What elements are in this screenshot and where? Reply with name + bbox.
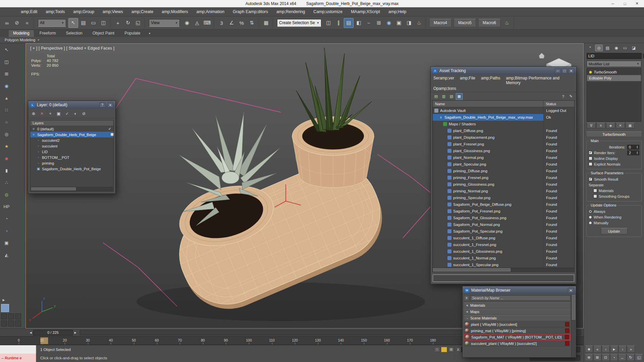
create-new-layer-icon[interactable]: ⊕ bbox=[30, 110, 37, 117]
rollout-maps[interactable]: +Maps bbox=[464, 309, 571, 315]
asset-row[interactable]: Autodesk VaultLogged Out bbox=[433, 107, 574, 114]
macro5-button[interactable]: Macro5 bbox=[454, 19, 476, 27]
display-tab-icon[interactable]: ▭ bbox=[621, 45, 629, 51]
asset-row[interactable]: succulent_1_Glossiness.pngFound bbox=[433, 248, 574, 255]
asset-row[interactable]: Sagaform_Pot_Glossiness.pngFound bbox=[433, 215, 574, 221]
reference-coordinate-dropdown[interactable]: View▼ bbox=[149, 19, 180, 27]
scrollbar-thumb[interactable] bbox=[433, 268, 511, 272]
scrollbar-thumb[interactable] bbox=[572, 295, 575, 320]
modifier-enabled-bulb-icon[interactable] bbox=[589, 71, 592, 74]
hide-layer-icon[interactable]: ◐ bbox=[72, 110, 79, 117]
radio-when-rendering[interactable] bbox=[589, 216, 592, 219]
scatter-tool-icon[interactable]: ∷ bbox=[2, 105, 11, 115]
object-color-swatch[interactable] bbox=[643, 54, 644, 58]
hierarchy-view-icon[interactable]: ▧ bbox=[448, 93, 455, 100]
asset-maximize-button[interactable]: □ bbox=[561, 68, 568, 73]
curve-editor-icon[interactable]: ~ bbox=[364, 18, 374, 28]
asset-row[interactable]: Sagaform_Pot_Beige_Diffuse.pngFound bbox=[433, 201, 574, 208]
update-button[interactable]: Update bbox=[601, 228, 628, 234]
window-crossing-toggle-icon[interactable]: ◫ bbox=[99, 18, 108, 28]
remove-modifier-icon[interactable]: ✕ bbox=[616, 123, 625, 128]
menu-amp-rendering[interactable]: amp;Rendering bbox=[276, 9, 305, 14]
select-and-rotate-icon[interactable]: ↻ bbox=[123, 18, 133, 28]
asset-horizontal-scrollbar[interactable] bbox=[433, 268, 574, 272]
smoothing-groups-checkbox[interactable] bbox=[593, 194, 597, 198]
rendered-frame-window-icon[interactable]: ◨ bbox=[404, 18, 414, 28]
asset-row[interactable]: succulent_1_Specular.pngFound bbox=[433, 261, 574, 268]
material-scrollbar[interactable] bbox=[571, 295, 576, 357]
menu-amp-modifiers[interactable]: amp;Modifiers bbox=[162, 9, 188, 14]
prism-tool-icon[interactable]: ◭ bbox=[2, 250, 11, 259]
maximize-viewport-icon[interactable]: ◱ bbox=[635, 354, 643, 361]
close-icon[interactable]: ✕ bbox=[568, 288, 574, 293]
asset-row[interactable]: Sagaform_Pot_Specular.pngFound bbox=[433, 228, 574, 235]
asset-row[interactable]: plant_Specular.pngFound bbox=[433, 161, 574, 168]
select-tool-icon[interactable]: ↖ bbox=[2, 45, 11, 54]
field-of-view-icon[interactable]: ◔ bbox=[610, 354, 618, 361]
menu-amp-help[interactable]: amp;Help bbox=[388, 9, 407, 14]
close-button[interactable]: ✕ bbox=[631, 0, 643, 7]
material-item[interactable]: Sagaform_Pot_MAT ( VRayMtl ) [BOTTOM__PO… bbox=[464, 334, 571, 340]
previous-frame-icon[interactable]: ‹ bbox=[602, 346, 610, 353]
layer-row[interactable]: ▣Sagaform_Double_Herb_Pot_Beige bbox=[30, 166, 113, 172]
render-iters-spinner[interactable]: 2 ▲▼ bbox=[627, 150, 639, 155]
asset-menu-amp-bitmap-performance-and-memory[interactable]: amp;Bitmap Performance and Memory bbox=[506, 76, 574, 85]
menu-amp-group[interactable]: amp;Group bbox=[73, 9, 94, 14]
smooth-result-checkbox[interactable] bbox=[589, 177, 592, 181]
vault-view-icon[interactable]: ▤ bbox=[433, 93, 439, 100]
macro4-button[interactable]: Macro4 bbox=[429, 19, 451, 27]
select-and-link-icon[interactable]: ∞ bbox=[2, 18, 12, 28]
quick-slot-4[interactable] bbox=[1, 320, 7, 326]
array-tool-icon[interactable]: ⊞ bbox=[2, 69, 11, 78]
help-icon[interactable]: ? bbox=[560, 93, 567, 100]
asset-row[interactable]: priming_Glossiness.pngFound bbox=[433, 181, 574, 188]
tab-freeform[interactable]: Freeform bbox=[35, 30, 60, 37]
menu-amp-animation[interactable]: amp;Animation bbox=[197, 9, 224, 14]
maxscript-mini-listener[interactable] bbox=[0, 345, 36, 354]
close-icon[interactable]: ✕ bbox=[107, 102, 113, 108]
asset-menu-opamp-tions[interactable]: Opamp;tions bbox=[433, 86, 456, 91]
quarter-tool-icon[interactable]: ◔ bbox=[2, 214, 11, 223]
utilities-tab-icon[interactable]: ◪ bbox=[630, 45, 638, 51]
select-and-move-icon[interactable]: + bbox=[113, 18, 123, 28]
bind-to-space-warp-icon[interactable]: ≈ bbox=[22, 18, 32, 28]
zoom-extents-icon[interactable]: ⊡ bbox=[602, 354, 610, 361]
layer-row[interactable]: ▫BOTTOM__POT bbox=[30, 155, 113, 160]
select-and-manipulate-icon[interactable]: ◬ bbox=[192, 18, 202, 28]
asset-close-button[interactable]: ✕ bbox=[568, 68, 574, 73]
make-unique-icon[interactable]: ◈ bbox=[606, 123, 615, 128]
selection-lock-icon[interactable] bbox=[441, 347, 447, 352]
asset-row[interactable]: plant_Glossiness.pngFound bbox=[433, 147, 574, 154]
turbosmooth-rollout-header[interactable]: TurboSmooth bbox=[586, 131, 642, 137]
layers-column-header[interactable]: Layers bbox=[30, 120, 113, 126]
material-item[interactable]: succulent_plant ( VRayMtl ) [succulent2] bbox=[464, 340, 571, 347]
render-production-icon[interactable]: ♨ bbox=[414, 18, 424, 28]
absolute-offset-toggle-icon[interactable]: ⊞ bbox=[448, 347, 454, 352]
align-icon[interactable]: ∥ bbox=[334, 18, 343, 28]
modifier-stack-item[interactable]: Editable Poly bbox=[587, 75, 641, 81]
named-selection-sets-dropdown[interactable]: Create Selection Se▼ bbox=[277, 19, 321, 27]
show-end-result-icon[interactable]: ≡ bbox=[596, 123, 605, 128]
rectangular-selection-region-icon[interactable]: ▭ bbox=[89, 18, 98, 28]
gem-tool-icon[interactable]: ◆ bbox=[2, 154, 11, 163]
asset-minimize-button[interactable]: ─ bbox=[555, 68, 561, 73]
snaps-toggle-icon[interactable]: 3 bbox=[217, 18, 226, 28]
asset-row[interactable]: Maps / Shaders bbox=[433, 121, 574, 127]
asset-menu-amp-paths[interactable]: amp;Paths bbox=[481, 76, 500, 85]
asset-menu-amp-file[interactable]: amp;File bbox=[460, 76, 475, 85]
maximize-button[interactable]: □ bbox=[619, 0, 631, 7]
layer-row[interactable]: ≡0 (default)✓ bbox=[30, 126, 113, 132]
edit-paths-icon[interactable]: ✎ bbox=[568, 93, 574, 100]
radio-manually[interactable] bbox=[589, 221, 592, 225]
unlink-selection-icon[interactable]: ⊘ bbox=[12, 18, 22, 28]
rollout-materials[interactable]: +Materials bbox=[464, 302, 571, 308]
rollout-scene-materials[interactable]: -Scene Materials bbox=[464, 315, 571, 321]
keyboard-override-icon[interactable]: ⌨ bbox=[202, 18, 212, 28]
zoom-all-icon[interactable]: ⊞ bbox=[593, 354, 601, 361]
set-key-icon[interactable]: ◈ bbox=[585, 346, 593, 353]
asset-row[interactable]: succulent_1_Normal.pngFound bbox=[433, 255, 574, 261]
layer-row-button[interactable] bbox=[110, 133, 114, 136]
materials-checkbox[interactable] bbox=[593, 189, 597, 192]
macro6-button[interactable]: Macro6 bbox=[478, 19, 500, 27]
circle-tool-icon[interactable]: ○ bbox=[2, 117, 11, 127]
